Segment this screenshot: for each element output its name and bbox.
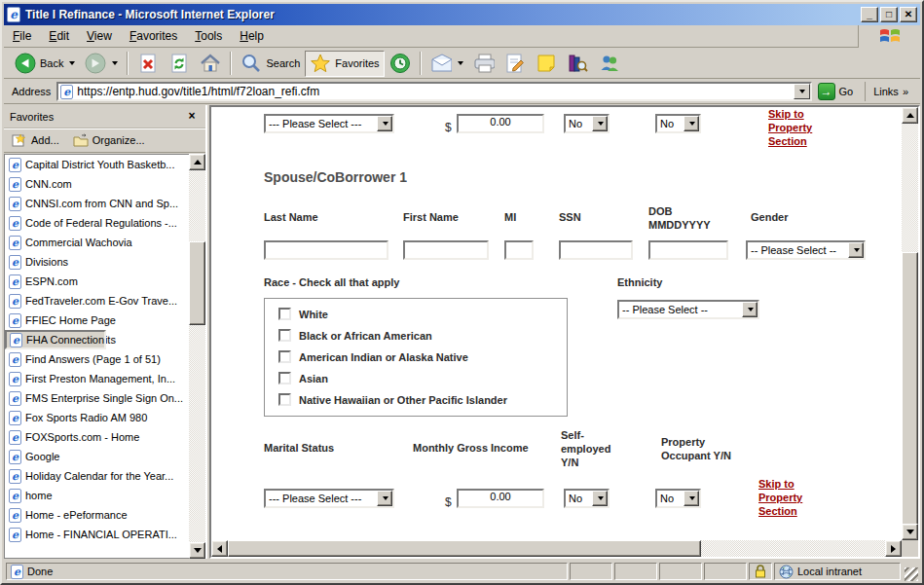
skip-to-property-section-link[interactable]: Skip to Property Section — [758, 477, 819, 518]
self-employed-select-spouse[interactable]: No — [564, 489, 610, 508]
back-button[interactable]: Back — [10, 51, 80, 77]
messenger-button[interactable] — [593, 51, 624, 77]
race-option-white[interactable]: White — [278, 308, 328, 320]
property-occupant-select-borrower[interactable]: No — [655, 114, 701, 133]
favorite-item[interactable]: eFox Sports Radio AM 980 — [5, 408, 189, 427]
minimize-button[interactable]: _ — [861, 7, 878, 22]
menu-file[interactable]: File — [4, 26, 40, 46]
checkbox-icon[interactable] — [278, 308, 291, 320]
favorite-item[interactable]: eESPN.com — [5, 272, 189, 291]
favorite-item[interactable]: eFFIEC Home Page — [5, 311, 189, 330]
marital-status-select-spouse[interactable]: --- Please Select --- — [264, 489, 394, 508]
first-name-input[interactable] — [403, 240, 489, 260]
favorite-item[interactable]: eHoliday Calendar for the Year... — [5, 466, 189, 486]
favorite-item[interactable]: eCommercial Wachovia — [5, 233, 189, 252]
favorite-item[interactable]: eCNN.com — [5, 174, 189, 194]
property-occupant-select-spouse[interactable]: No — [655, 489, 701, 508]
favorite-item[interactable]: eFOXSports.com - Home — [5, 427, 189, 447]
address-input[interactable]: e https://entp.hud.gov/title1/html/f72lo… — [56, 82, 811, 101]
monthly-income-input-borrower[interactable]: 0.00 — [457, 114, 544, 133]
forward-button[interactable] — [80, 51, 123, 77]
notes-button[interactable] — [531, 51, 562, 77]
home-button[interactable] — [195, 51, 226, 77]
organize-folder-icon — [73, 133, 89, 147]
race-option-asian[interactable]: Asian — [278, 372, 328, 384]
close-button[interactable]: ✕ — [900, 7, 917, 22]
mail-button[interactable] — [425, 51, 468, 77]
checkbox-icon[interactable] — [278, 350, 291, 363]
back-dropdown-icon[interactable] — [69, 61, 75, 65]
forward-dropdown-icon[interactable] — [112, 61, 118, 65]
edit-button[interactable] — [499, 51, 531, 77]
menu-help[interactable]: Help — [231, 26, 273, 46]
add-favorite-button[interactable]: Add... — [12, 133, 59, 147]
mail-dropdown-icon[interactable] — [458, 61, 463, 65]
status-bar: e Done Local intranet — [4, 561, 920, 581]
favorite-item[interactable]: eCapital District Youth Basketb... — [5, 155, 189, 174]
print-button[interactable] — [468, 51, 499, 77]
race-option-native-hawaiian[interactable]: Native Hawaiian or Other Pacific Islande… — [278, 393, 507, 406]
maximize-button[interactable]: □ — [880, 7, 898, 22]
status-text: Done — [27, 566, 53, 577]
favorite-item[interactable]: eFedTraveler.com E-Gov Trave... — [5, 291, 189, 311]
menu-edit[interactable]: Edit — [40, 26, 78, 46]
address-dropdown-button[interactable] — [794, 84, 810, 99]
ethnicity-select[interactable]: -- Please Select -- — [617, 300, 759, 319]
content-horizontal-scrollbar[interactable] — [211, 540, 902, 557]
gender-select[interactable]: -- Please Select -- — [746, 240, 866, 260]
scroll-right-button[interactable] — [885, 540, 902, 557]
favorite-item[interactable]: eDivisions — [5, 252, 189, 272]
scroll-thumb[interactable] — [902, 252, 918, 528]
search-button[interactable]: Search — [236, 51, 305, 77]
menu-view[interactable]: View — [78, 26, 121, 46]
links-button[interactable]: Links » — [865, 82, 916, 101]
marital-status-select-borrower[interactable]: --- Please Select --- — [264, 114, 394, 133]
checkbox-icon[interactable] — [278, 329, 291, 342]
scroll-thumb[interactable] — [228, 540, 701, 557]
favorite-item[interactable]: eCNNSI.com from CNN and Sp... — [5, 194, 189, 213]
scroll-track[interactable] — [189, 170, 205, 542]
checkbox-icon[interactable] — [278, 372, 291, 384]
favorite-item[interactable]: ehome — [5, 486, 189, 505]
favorite-item[interactable]: eGoogle — [5, 447, 189, 466]
scroll-left-button[interactable] — [211, 540, 228, 557]
organize-favorites-button[interactable]: Organize... — [73, 133, 145, 147]
last-name-input[interactable] — [264, 240, 388, 260]
favorite-item[interactable]: eFMS Enterprise Single Sign On... — [5, 388, 189, 408]
menu-favorites[interactable]: Favorites — [121, 26, 186, 46]
menu-tools[interactable]: Tools — [186, 26, 231, 46]
scroll-down-button[interactable] — [902, 524, 918, 540]
monthly-income-input-spouse[interactable]: 0.00 — [457, 489, 544, 508]
race-options-box: White Black or African American American… — [264, 298, 568, 417]
go-button[interactable]: → Go — [816, 82, 860, 101]
scroll-up-button[interactable] — [902, 107, 918, 124]
scroll-up-button[interactable] — [189, 154, 205, 170]
sidebar-scrollbar[interactable] — [189, 154, 205, 559]
favorites-button[interactable]: Favorites — [305, 51, 384, 77]
scroll-down-button[interactable] — [189, 542, 205, 559]
section-heading: Spouse/CoBorrower 1 — [264, 169, 407, 185]
self-employed-select-borrower[interactable]: No — [564, 114, 610, 133]
stop-button[interactable] — [132, 51, 164, 77]
favorite-item[interactable]: eFind Answers (Page 1 of 51) — [5, 349, 189, 369]
favorite-item[interactable]: eHome - FINANCIAL OPERATI... — [5, 525, 189, 544]
form-page: --- Please Select --- $ 0.00 No No Skip … — [211, 107, 902, 540]
dob-input[interactable] — [648, 240, 728, 260]
favorite-item-selected[interactable]: eFHA Connection — [5, 330, 106, 349]
checkbox-icon[interactable] — [278, 393, 291, 406]
history-button[interactable] — [385, 51, 416, 77]
favorite-item[interactable]: eHome - ePeformance — [5, 505, 189, 525]
research-button[interactable] — [562, 51, 593, 77]
favorite-item[interactable]: eCode of Federal Regulations -... — [5, 213, 189, 233]
race-option-black[interactable]: Black or African American — [278, 329, 432, 342]
content-vertical-scrollbar[interactable] — [902, 107, 918, 540]
resize-grip[interactable] — [905, 567, 918, 581]
mi-input[interactable] — [504, 240, 534, 260]
scroll-thumb[interactable] — [189, 241, 205, 325]
favorite-item[interactable]: eFirst Preston Management, In... — [5, 369, 189, 388]
refresh-button[interactable] — [164, 51, 195, 77]
ssn-input[interactable] — [559, 240, 633, 260]
skip-to-property-section-link[interactable]: Skip to Property Section — [768, 107, 829, 148]
race-option-american-indian[interactable]: American Indian or Alaska Native — [278, 350, 468, 363]
close-sidebar-icon[interactable]: × — [184, 110, 200, 124]
